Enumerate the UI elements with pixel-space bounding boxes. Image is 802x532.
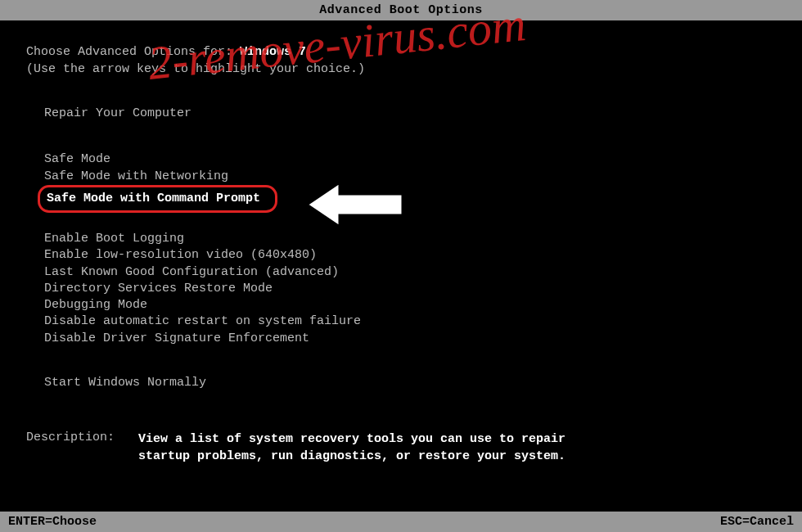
choose-prompt: Choose Advanced Options for: Windows 7 [26,45,776,59]
menu-ds-restore-mode[interactable]: Directory Services Restore Mode [44,281,776,297]
advanced-group: Enable Boot Logging Enable low-resolutio… [44,231,776,347]
main-content: Choose Advanced Options for: Windows 7 (… [0,20,802,465]
footer-enter: ENTER=Choose [8,515,97,529]
description-label: Description: [26,431,131,444]
menu-repair-computer[interactable]: Repair Your Computer [44,106,776,122]
prompt-prefix: Choose Advanced Options for: [26,45,240,59]
footer-esc: ESC=Cancel [720,515,794,529]
safe-mode-group: Safe Mode Safe Mode with Networking Safe… [44,151,776,213]
menu-enable-boot-logging[interactable]: Enable Boot Logging [44,231,776,247]
description-block: Description: View a list of system recov… [26,431,776,465]
normal-group: Start Windows Normally [44,375,776,391]
repair-section: Repair Your Computer [44,106,776,122]
menu-safe-mode[interactable]: Safe Mode [44,151,776,168]
menu-low-res-video[interactable]: Enable low-resolution video (640x480) [44,247,776,264]
menu-disable-auto-restart[interactable]: Disable automatic restart on system fail… [44,313,776,330]
title-bar: Advanced Boot Options [0,0,802,20]
menu-last-known-good[interactable]: Last Known Good Configuration (advanced) [44,264,776,281]
menu-start-normally[interactable]: Start Windows Normally [44,375,776,391]
window-title: Advanced Boot Options [319,3,483,17]
menu-safe-mode-networking[interactable]: Safe Mode with Networking [44,169,776,185]
arrow-key-hint: (Use the arrow keys to highlight your ch… [26,62,776,76]
os-name: Windows 7 [240,45,306,59]
menu-safe-mode-command-prompt[interactable]: Safe Mode with Command Prompt [38,185,277,213]
menu-disable-driver-sig[interactable]: Disable Driver Signature Enforcement [44,331,776,347]
menu-debugging-mode[interactable]: Debugging Mode [44,297,776,313]
description-text: View a list of system recovery tools you… [138,431,597,465]
footer-bar: ENTER=Choose ESC=Cancel [0,512,802,532]
